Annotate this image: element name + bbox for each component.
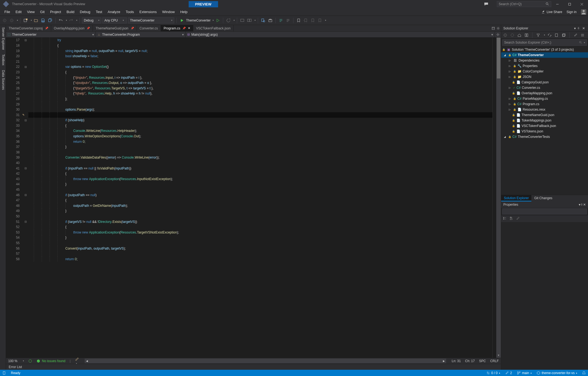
tab-settings-icon[interactable] <box>497 27 500 30</box>
user-avatar-icon[interactable] <box>581 9 586 15</box>
code-line[interactable]: { <box>28 171 492 177</box>
code-line[interactable] <box>28 241 492 246</box>
code-line[interactable] <box>28 59 492 64</box>
tree-dependencies[interactable]: ▷⛓Dependencies <box>501 58 588 63</box>
pending-changes-status[interactable]: 2 <box>505 371 512 375</box>
line-indicator[interactable]: Ln: 31 <box>452 359 461 363</box>
zoom-level[interactable]: 100 % <box>8 359 17 363</box>
code-line[interactable] <box>28 112 492 118</box>
fold-icon[interactable]: ⊟ <box>23 38 28 43</box>
code-line[interactable]: bool showHelp = false; <box>28 54 492 59</box>
open-file-button[interactable] <box>33 17 39 23</box>
code-line[interactable] <box>28 187 492 193</box>
scroll-right-button[interactable]: ▶ <box>442 359 446 363</box>
chevron-down-icon[interactable]: ▾ <box>76 19 77 22</box>
bookmark-prev-button[interactable] <box>303 17 309 23</box>
hot-reload-button[interactable] <box>225 17 231 23</box>
menu-item-test[interactable]: Test <box>93 9 105 15</box>
browser-link-button[interactable] <box>239 17 245 23</box>
code-line[interactable]: if (outputPath == null) <box>28 192 492 198</box>
close-panel-button[interactable]: ✕ <box>581 26 586 30</box>
fold-icon[interactable]: ⊟ <box>23 219 28 225</box>
web-button[interactable] <box>246 17 252 23</box>
eol-indicator[interactable]: CRLF <box>490 359 499 363</box>
health-indicator-icon[interactable] <box>28 359 32 363</box>
code-line[interactable]: if (targetVS != null && !Directory.Exist… <box>28 219 492 225</box>
tree-file[interactable]: 🔒📄VSCTokenFallback.json <box>501 123 588 129</box>
document-tab[interactable]: Converter.cs <box>137 25 161 31</box>
scroll-left-button[interactable]: ◀ <box>85 359 89 363</box>
code-line[interactable]: { <box>28 198 492 203</box>
issues-indicator[interactable]: No issues found <box>36 359 65 363</box>
expand-icon[interactable]: ▷ <box>509 86 512 89</box>
expand-icon[interactable]: ▷ <box>509 65 512 67</box>
menu-item-git[interactable]: Git <box>37 9 47 15</box>
code-line[interactable] <box>28 102 492 107</box>
vertical-scrollbar[interactable]: ▲ ▼ <box>496 38 501 358</box>
scrollbar-thumb[interactable] <box>497 38 500 78</box>
code-line[interactable]: if (inputPath == null || !IsValidPath(in… <box>28 166 492 171</box>
code-line[interactable]: }; <box>28 96 492 102</box>
tree-file[interactable]: 🔒📄CategoryGuid.json <box>501 80 588 85</box>
horizontal-scrollbar[interactable]: ◀ ▶ <box>85 359 446 363</box>
home-button[interactable] <box>517 33 522 38</box>
comment-button[interactable] <box>278 17 284 23</box>
code-line[interactable]: { <box>28 123 492 129</box>
new-project-button[interactable] <box>23 17 29 23</box>
chevron-down-icon[interactable]: ▾ <box>255 19 256 22</box>
code-line[interactable]: {"t|targetVS=", Resources.TargetVS, t =>… <box>28 86 492 91</box>
fold-icon[interactable]: ⊟ <box>23 64 28 70</box>
config-combo[interactable]: Debug▾ <box>82 17 101 23</box>
chevron-down-icon[interactable]: ▾ <box>325 19 326 22</box>
chevron-down-icon[interactable]: ▾ <box>31 19 32 22</box>
undo-button[interactable] <box>58 17 64 23</box>
repo-status[interactable]: theme-converter-for-vs▴ <box>537 371 577 375</box>
code-line[interactable]: if (showHelp) <box>28 118 492 123</box>
code-line[interactable]: Convert(inputPath, outputPath, targetVS)… <box>28 246 492 251</box>
chevron-down-icon[interactable]: ▾ <box>544 34 545 36</box>
bookmark-clear-button[interactable] <box>317 17 323 23</box>
menu-item-project[interactable]: Project <box>47 9 64 15</box>
search-box[interactable]: Search (Ctrl+Q) <box>497 1 551 7</box>
tree-file[interactable]: ▷🔒📄Resources.resx <box>501 107 588 112</box>
tree-file[interactable]: 🔒📄ThemeNameGuid.json <box>501 112 588 118</box>
start-without-debug-button[interactable] <box>215 17 221 23</box>
code-line[interactable]: } <box>28 235 492 241</box>
tree-file[interactable]: ▷🔒C#Program.cs <box>501 101 588 107</box>
source-control-status[interactable]: 0 / 0▴ <box>486 371 500 375</box>
redo-button[interactable] <box>68 17 74 23</box>
fold-icon[interactable]: ⊟ <box>23 166 28 171</box>
bookmark-button[interactable] <box>296 17 302 23</box>
pin-button[interactable] <box>580 203 583 206</box>
data-sources-tab[interactable]: Data Sources <box>0 68 6 92</box>
startup-project-combo[interactable]: ThemeConverter▾ <box>128 17 174 23</box>
tree-file[interactable]: 🔒📄OverlayMapping.json <box>501 90 588 96</box>
chevron-down-icon[interactable]: ▾ <box>17 19 18 22</box>
code-line[interactable]: { <box>28 43 492 48</box>
indent-indicator[interactable]: SPC <box>479 359 486 363</box>
menu-item-analyze[interactable]: Analyze <box>105 9 123 15</box>
chevron-down-icon[interactable]: ▾ <box>213 19 214 22</box>
tab-git-changes[interactable]: Git Changes <box>531 195 555 201</box>
chevron-down-icon[interactable]: ▾ <box>584 41 585 44</box>
code-line[interactable]: return 0; <box>28 139 492 144</box>
menu-item-debug[interactable]: Debug <box>77 9 93 15</box>
split-editor-button[interactable] <box>495 32 501 37</box>
show-all-files-button[interactable] <box>580 33 585 38</box>
menu-item-edit[interactable]: Edit <box>13 9 24 15</box>
code-line[interactable]: return 0; <box>28 256 492 262</box>
code-line[interactable]: var options = new OptionSet() <box>28 64 492 70</box>
code-line[interactable]: options.Parse(args); <box>28 107 492 113</box>
code-line[interactable] <box>28 214 492 219</box>
tree-solution-root[interactable]: 🔒 ▣ Solution 'ThemeConverter' (3 of 3 pr… <box>501 47 588 52</box>
project-selector[interactable]: ⬚ ThemeConverter ▾ <box>6 32 96 37</box>
tab-solution-explorer[interactable]: Solution Explorer <box>501 195 531 201</box>
code-line[interactable]: string inputPath = null, outputPath = nu… <box>28 48 492 54</box>
filter-button[interactable] <box>536 33 541 38</box>
menu-item-view[interactable]: View <box>24 9 37 15</box>
menu-item-tools[interactable]: Tools <box>123 9 137 15</box>
pin-button[interactable] <box>577 27 581 30</box>
menu-item-window[interactable]: Window <box>160 9 177 15</box>
sign-in-button[interactable]: Sign in <box>566 10 577 14</box>
close-panel-button[interactable]: ✕ <box>583 203 586 207</box>
